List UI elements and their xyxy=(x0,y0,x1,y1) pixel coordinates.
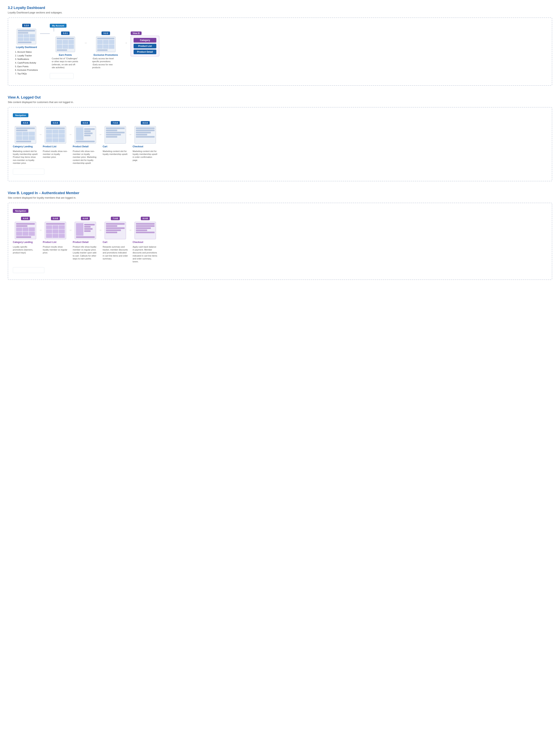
s32-child1-desc: Curated list of "Challenges" or other wa… xyxy=(52,57,79,69)
section-32: 3.2 Loyalty Dashboard Loyalty Dashboard … xyxy=(8,6,552,86)
flow-a-badge-4: 7.0-A xyxy=(111,121,120,124)
flow-b-node-3: 6.0-B Product Detail Product info xyxy=(73,217,98,260)
section-a-flow: 4.0-A Category Landing Marketing content… xyxy=(13,121,547,165)
flow-a-arrow-1: → xyxy=(38,121,43,136)
flow-a-thumb-1 xyxy=(15,126,36,144)
flow-b-desc-3: Product info show loyalty member vs regu… xyxy=(73,246,98,260)
section-a-sub-dashed-inner xyxy=(13,169,44,174)
flow-a-node-5: 8.0-A Checkout Marketing content slot fo… xyxy=(133,121,158,162)
flow-b-node-1: 4.0-B Category Landing Loyalty specific … xyxy=(13,217,38,254)
flow-a-node-2: 5.0-A Product List Product results show … xyxy=(43,121,68,159)
section-b-title: View B. Logged In – Authenticated Member xyxy=(8,191,552,195)
s32-sub-dashed xyxy=(50,73,547,80)
section-a-container: Navigation 4.0-A Category Landing Market… xyxy=(8,107,552,181)
flow-b-desc-1: Loyalty specific promotions (banners, pr… xyxy=(13,246,38,254)
section-a-nav-badge: Navigation xyxy=(13,113,29,117)
flow-a-label-3: Product Detail xyxy=(73,145,98,148)
flow-b-badge-2: 5.0-B xyxy=(51,217,60,220)
s32-child1-thumb xyxy=(56,37,75,52)
viewb-productlist-btn[interactable]: Product List xyxy=(134,44,156,48)
s32-children-wrap: 3.2.1 Earn Points xyxy=(50,28,159,69)
flow-a-thumb-2 xyxy=(45,126,66,144)
s32-children-nodes: 3.2.1 Earn Points xyxy=(50,32,159,69)
flow-a-label-4: Cart xyxy=(103,145,128,148)
flow-b-badge-5: 8.0-B xyxy=(141,217,150,220)
viewb-productdetail-btn[interactable]: Product Detail xyxy=(134,50,156,54)
s32-main-label: Loyalty Dashboard xyxy=(16,46,37,49)
flow-a-desc-2: Product results show non-member vs loyal… xyxy=(43,150,68,159)
s32-right-side: My Account 3.2.1 xyxy=(50,24,547,80)
section-b-nav-badge: Navigation xyxy=(13,209,29,213)
section-view-a: View A. Logged Out Site content displaye… xyxy=(8,95,552,181)
section-view-b: View B. Logged In – Authenticated Member… xyxy=(8,191,552,280)
section-a-subtitle: Site content displayed for customers tha… xyxy=(8,101,552,104)
s32-child1-badge: 3.2.1 xyxy=(61,32,69,35)
flow-a-badge-2: 5.0-A xyxy=(51,121,60,124)
section-b-nav-row: Navigation xyxy=(13,209,547,213)
s32-connector-1 xyxy=(40,24,50,34)
flow-a-badge-3: 6.0-A xyxy=(81,121,90,124)
s32-main-thumb xyxy=(17,29,36,44)
flow-b-node-5: 8.0-B Checkout Apply cash back balance i… xyxy=(133,217,158,263)
flow-b-badge-1: 4.0-B xyxy=(21,217,30,220)
s32-child1-label: Earn Points xyxy=(59,54,72,56)
section-32-title: 3.2 Loyalty Dashboard xyxy=(8,6,552,10)
section-b-sub-dashed-inner xyxy=(13,267,44,273)
s32-arrow-1: → xyxy=(83,32,88,45)
flow-b-thumb-5 xyxy=(135,222,156,239)
flow-a-node-3: 6.0-A Product Detail Product info xyxy=(73,121,98,165)
s32-child2-thumb xyxy=(96,37,115,52)
viewb-label: View B xyxy=(131,32,142,35)
section-b-subtitle: Site content displayed for loyalty membe… xyxy=(8,196,552,199)
s32-earn-points: 3.2.1 Earn Points xyxy=(50,32,81,69)
s32-main-badge: 3.2.0 xyxy=(22,24,31,27)
section-b-flow: 4.0-B Category Landing Loyalty specific … xyxy=(13,217,547,263)
flow-a-desc-4: Marketing content slot for loyalty membe… xyxy=(103,150,128,156)
flow-a-arrow-4: → xyxy=(128,121,133,136)
flow-b-arrow-3: → xyxy=(98,217,103,232)
flow-b-thumb-2 xyxy=(45,222,66,239)
flow-a-node-1: 4.0-A Category Landing Marketing content… xyxy=(13,121,38,165)
flow-b-desc-5: Apply cash back balance in payment. Memb… xyxy=(133,246,158,263)
viewb-badge-row: View B xyxy=(131,32,142,35)
s32-child2-badge: 3.2.2 xyxy=(102,32,110,35)
s32-sub-dashed-inner xyxy=(50,73,73,79)
flow-b-thumb-3 xyxy=(75,222,96,239)
s32-child2-desc: -Early access tier-level specific promot… xyxy=(92,57,119,69)
s32-sub-panel: View B Category Product List Product Det… xyxy=(131,32,159,56)
s32-children-row: 3.2.1 Earn Points xyxy=(50,28,547,69)
viewb-category-btn[interactable]: Category xyxy=(134,38,156,43)
flow-a-arrow-3: → xyxy=(98,121,103,136)
s32-main-node: 3.2.0 Loyalty Dashboard 1. Account Statu… xyxy=(13,24,40,75)
s32-main-list: 1. Account Status 2. Loyalty Tracker 3. … xyxy=(15,50,38,75)
flow-b-badge-4: 7.0-B xyxy=(111,217,120,220)
s32-child2-label: Exclusive Promotions xyxy=(94,54,118,56)
flow-a-badge-1: 4.0-A xyxy=(21,121,30,124)
section-b-sub-dashed xyxy=(13,267,547,274)
flow-b-desc-2: Product results show loyalty member vs r… xyxy=(43,246,68,254)
flow-b-label-4: Cart xyxy=(103,241,128,244)
flow-b-label-1: Category Landing xyxy=(13,241,38,244)
flow-b-arrow-4: → xyxy=(128,217,133,232)
flow-b-thumb-1 xyxy=(15,222,36,239)
section-a-nav-row: Navigation xyxy=(13,113,547,117)
flow-a-label-1: Category Landing xyxy=(13,145,38,148)
flow-a-thumb-3 xyxy=(75,126,96,144)
flow-a-label-5: Checkout xyxy=(133,145,158,148)
flow-b-node-4: 7.0-B Cart Rewards summary and tracker, … xyxy=(103,217,128,260)
flow-a-label-2: Product List xyxy=(43,145,68,148)
flow-a-thumb-5 xyxy=(135,126,156,144)
viewb-buttons-panel: Category Product List Product Detail xyxy=(131,36,159,56)
flow-b-thumb-4 xyxy=(105,222,126,239)
flow-a-desc-1: Marketing content slot for loyalty membe… xyxy=(13,150,38,165)
flow-a-thumb-4 xyxy=(105,126,126,144)
my-account-badge: My Account xyxy=(50,24,66,28)
flow-b-arrow-1: → xyxy=(38,217,43,232)
flow-b-label-2: Product List xyxy=(43,241,68,244)
flow-a-badge-5: 8.0-A xyxy=(141,121,150,124)
flow-b-badge-3: 6.0-B xyxy=(81,217,90,220)
flow-a-node-4: 7.0-A Cart Marketing content slot for lo… xyxy=(103,121,128,156)
my-account-row: My Account xyxy=(50,24,547,28)
section-32-subtitle: Loyalty Dashboard page sections and subp… xyxy=(8,11,552,14)
s32-exclusive-promo: 3.2.2 Exclusive Promotions xyxy=(90,32,121,69)
